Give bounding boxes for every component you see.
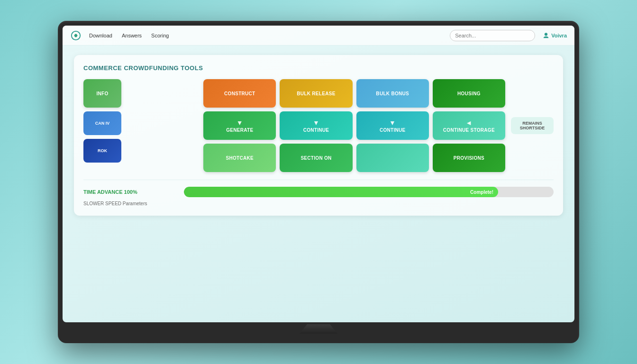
main-grid: CONSTRUCT BULK RELEASE BULK BONUS HOUSIN… [127,79,505,172]
tile-provisions[interactable]: PROVISIONS [433,144,505,172]
user-label: Voivra [543,32,567,39]
tile-rok[interactable]: ROK [83,139,121,163]
search-input[interactable] [450,30,535,41]
right-column: REMAINSSHORTSIDE [511,79,554,172]
chevron-icon-3: ▼ [389,119,396,127]
chevron-icon-2: ▼ [313,119,319,127]
nav-bar: Download Answers Scoring Voivra [63,26,574,46]
nav-link-scoring[interactable]: Scoring [151,33,169,38]
tile-shotcake[interactable]: SHOTCAKE [203,144,276,172]
tile-continue-storage[interactable]: ◄ Continue Storage [433,111,505,140]
tile-housing[interactable]: HOUSING [433,79,505,108]
card-title: COMMERCE CROWDFUNDING TOOLS [83,64,554,72]
tile-generate[interactable]: ▼ GENERATE [203,111,276,140]
progress-bar-container: Complete! [184,187,554,197]
nav-link-answers[interactable]: Answers [122,33,142,38]
progress-row: TIME ADVANCE 100% Complete! [83,187,554,197]
logo [70,30,82,41]
content-card: COMMERCE CROWDFUNDING TOOLS Info CaN Iv … [74,55,563,216]
tile-can-iv[interactable]: CaN Iv [83,111,121,135]
chevron-icon-4: ◄ [465,119,472,127]
progress-section: TIME ADVANCE 100% Complete! SLOWER SPEED… [83,180,554,206]
progress-sub: SLOWER SPEED Parameters [83,201,554,206]
progress-bar-text: Complete! [470,190,493,195]
monitor-stand [300,324,337,334]
main-content: COMMERCE CROWDFUNDING TOOLS Info CaN Iv … [63,46,574,322]
user-icon [543,32,549,39]
tile-info[interactable]: Info [83,79,121,108]
right-info: REMAINSSHORTSIDE [511,117,554,134]
left-column: Info CaN Iv ROK [83,79,121,172]
chevron-icon: ▼ [237,119,243,127]
tile-bulk-bonus[interactable]: BULK BONUS [356,79,429,108]
nav-right: Voivra [543,32,567,39]
monitor-frame: Download Answers Scoring Voivra COMMERCE… [58,21,579,343]
tile-construct[interactable]: CONSTRUCT [203,79,276,108]
svg-point-1 [74,34,77,37]
tile-continue-2[interactable]: ▼ CONTINUE [356,111,429,140]
svg-point-2 [545,33,547,36]
progress-label: TIME ADVANCE 100% [83,189,178,195]
grid-container: Info CaN Iv ROK CON [83,79,554,172]
nav-link-download[interactable]: Download [89,33,112,38]
nav-links: Download Answers Scoring [89,33,442,38]
screen: Download Answers Scoring Voivra COMMERCE… [63,26,574,322]
progress-bar-fill: Complete! [184,187,498,197]
tile-section-on[interactable]: SECTION ON [280,144,352,172]
monitor-base [281,334,356,338]
tile-bulk-release[interactable]: BULK RELEASE [280,79,352,108]
tile-continue-1[interactable]: ▼ CONTINUE [280,111,352,140]
tile-empty[interactable] [356,144,429,172]
